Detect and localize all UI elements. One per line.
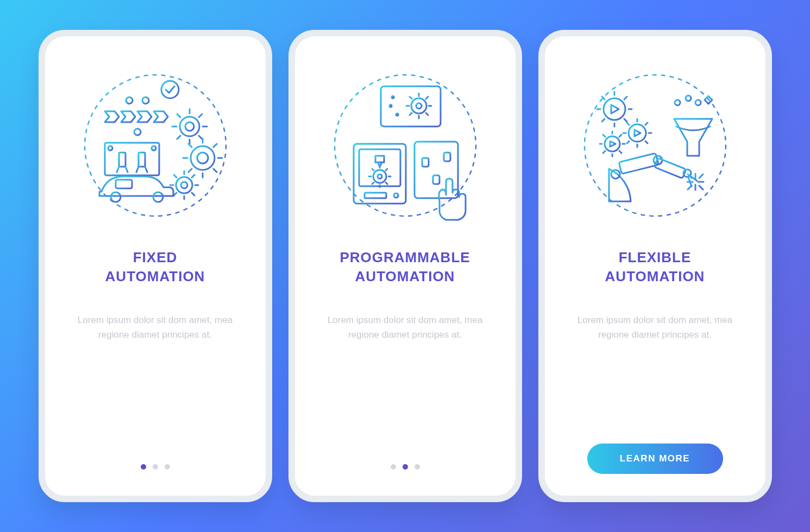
svg-point-10 [191,146,215,170]
screen-body: Lorem ipsum dolor sit dom amet, mea regi… [74,313,237,342]
dot-3[interactable] [415,464,420,470]
svg-point-26 [411,98,426,113]
svg-point-12 [176,177,192,193]
svg-point-19 [111,192,121,202]
learn-more-button[interactable]: LEARN MORE [587,444,723,474]
svg-point-3 [142,97,149,104]
svg-rect-40 [365,193,386,198]
svg-point-11 [197,153,208,163]
svg-point-27 [416,103,422,109]
page-indicator [141,464,170,470]
svg-rect-21 [116,180,132,188]
svg-point-20 [153,192,163,202]
svg-rect-17 [119,153,125,167]
svg-point-7 [161,81,179,98]
dot-2[interactable] [403,464,408,470]
screen-title: PROGRAMMABLEAUTOMATION [340,248,470,286]
dot-1[interactable] [141,464,146,470]
svg-point-1 [126,97,133,104]
dot-3[interactable] [165,464,170,470]
svg-point-39 [378,174,382,179]
svg-point-15 [108,146,112,150]
flexible-automation-icon [576,67,734,224]
svg-point-16 [152,146,156,150]
onboarding-screen-fixed: FIXEDAUTOMATION Lorem ipsum dolor sit do… [39,30,272,502]
screen-title: FIXEDAUTOMATION [105,248,205,286]
svg-rect-62 [619,153,658,174]
svg-point-50 [604,98,625,120]
svg-point-49 [585,75,726,216]
svg-rect-64 [654,158,686,179]
onboarding-screen-programmable: PROGRAMMABLEAUTOMATION Lorem ipsum dolor… [288,30,522,502]
fixed-automation-icon [77,67,234,224]
svg-point-9 [185,122,194,131]
svg-rect-18 [139,153,145,167]
screen-body: Lorem ipsum dolor sit dom amet, mea regi… [324,313,487,342]
svg-point-13 [181,182,187,188]
svg-point-5 [134,129,141,135]
svg-point-41 [394,193,398,198]
onboarding-screen-flexible: FLEXIBLEAUTOMATION Lorem ipsum dolor sit… [538,30,772,502]
screen-title: FLEXIBLEAUTOMATION [605,248,705,286]
svg-point-52 [605,136,620,151]
svg-rect-37 [375,156,384,162]
programmable-automation-icon [326,67,484,224]
svg-point-38 [373,170,386,183]
dot-1[interactable] [391,464,396,470]
svg-point-51 [629,124,646,142]
svg-point-33 [396,113,398,116]
svg-point-8 [180,117,199,136]
screen-body: Lorem ipsum dolor sit dom amet, mea regi… [574,313,737,342]
dot-2[interactable] [153,464,158,470]
page-indicator [391,464,420,470]
